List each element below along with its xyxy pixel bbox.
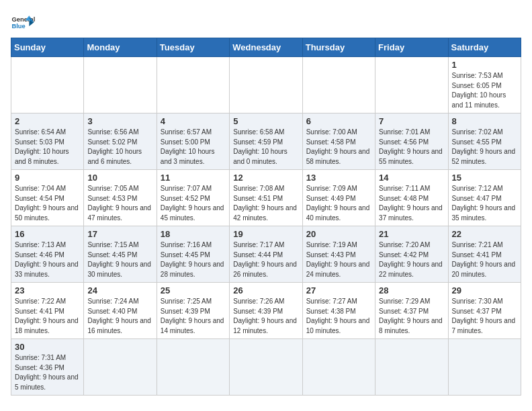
calendar-cell: 22Sunrise: 7:21 AM Sunset: 4:41 PM Dayli… [448, 226, 521, 283]
calendar-header: SundayMondayTuesdayWednesdayThursdayFrid… [11, 38, 521, 57]
day-number: 18 [161, 229, 226, 239]
day-number: 24 [87, 285, 152, 295]
calendar-cell: 9Sunrise: 7:04 AM Sunset: 4:54 PM Daylig… [11, 170, 84, 226]
day-number: 19 [233, 229, 298, 239]
day-info: Sunrise: 7:31 AM Sunset: 4:36 PM Dayligh… [15, 353, 80, 392]
day-info: Sunrise: 7:07 AM Sunset: 4:52 PM Dayligh… [161, 184, 226, 223]
calendar-cell: 20Sunrise: 7:19 AM Sunset: 4:43 PM Dayli… [302, 226, 375, 283]
day-info: Sunrise: 6:58 AM Sunset: 4:59 PM Dayligh… [233, 128, 298, 167]
calendar-cell: 5Sunrise: 6:58 AM Sunset: 4:59 PM Daylig… [230, 113, 302, 170]
day-info: Sunrise: 6:57 AM Sunset: 5:00 PM Dayligh… [161, 128, 226, 167]
calendar-day-header: Tuesday [157, 38, 229, 57]
calendar-cell [11, 57, 84, 113]
calendar-cell [448, 339, 521, 396]
calendar-day-header: Saturday [448, 38, 521, 57]
calendar-cell: 15Sunrise: 7:12 AM Sunset: 4:47 PM Dayli… [448, 170, 521, 226]
calendar-cell: 11Sunrise: 7:07 AM Sunset: 4:52 PM Dayli… [157, 170, 229, 226]
calendar-cell [230, 339, 302, 396]
calendar-cell: 8Sunrise: 7:02 AM Sunset: 4:55 PM Daylig… [448, 113, 521, 170]
calendar-cell: 17Sunrise: 7:15 AM Sunset: 4:45 PM Dayli… [84, 226, 157, 283]
day-number: 26 [233, 285, 298, 295]
calendar-cell: 18Sunrise: 7:16 AM Sunset: 4:45 PM Dayli… [157, 226, 229, 283]
day-info: Sunrise: 7:26 AM Sunset: 4:39 PM Dayligh… [233, 297, 298, 336]
day-number: 30 [15, 342, 80, 352]
day-number: 21 [379, 229, 444, 239]
day-number: 28 [379, 285, 444, 295]
day-number: 13 [306, 173, 371, 183]
day-info: Sunrise: 7:19 AM Sunset: 4:43 PM Dayligh… [306, 240, 371, 279]
day-number: 16 [15, 229, 80, 239]
day-info: Sunrise: 7:22 AM Sunset: 4:41 PM Dayligh… [15, 297, 80, 336]
calendar-cell: 28Sunrise: 7:29 AM Sunset: 4:37 PM Dayli… [375, 283, 448, 339]
calendar-cell: 7Sunrise: 7:01 AM Sunset: 4:56 PM Daylig… [375, 113, 448, 170]
calendar-cell [84, 339, 157, 396]
day-info: Sunrise: 7:17 AM Sunset: 4:44 PM Dayligh… [233, 240, 298, 279]
calendar-day-header: Friday [375, 38, 448, 57]
day-info: Sunrise: 7:00 AM Sunset: 4:58 PM Dayligh… [306, 128, 371, 167]
calendar-cell: 26Sunrise: 7:26 AM Sunset: 4:39 PM Dayli… [230, 283, 302, 339]
calendar-cell: 1Sunrise: 7:53 AM Sunset: 6:05 PM Daylig… [448, 57, 521, 113]
day-info: Sunrise: 7:27 AM Sunset: 4:38 PM Dayligh… [306, 297, 371, 336]
day-info: Sunrise: 7:16 AM Sunset: 4:45 PM Dayligh… [161, 240, 226, 279]
day-number: 15 [452, 173, 517, 183]
calendar-cell: 14Sunrise: 7:11 AM Sunset: 4:48 PM Dayli… [375, 170, 448, 226]
calendar-cell: 21Sunrise: 7:20 AM Sunset: 4:42 PM Dayli… [375, 226, 448, 283]
calendar-cell [84, 57, 157, 113]
day-info: Sunrise: 6:56 AM Sunset: 5:02 PM Dayligh… [87, 128, 152, 167]
calendar-day-header: Sunday [11, 38, 84, 57]
day-number: 7 [379, 116, 444, 126]
calendar-cell: 30Sunrise: 7:31 AM Sunset: 4:36 PM Dayli… [11, 339, 84, 396]
day-number: 8 [452, 116, 517, 126]
logo-icon: General Blue [11, 11, 35, 35]
day-number: 6 [306, 116, 371, 126]
calendar-cell: 3Sunrise: 6:56 AM Sunset: 5:02 PM Daylig… [84, 113, 157, 170]
calendar-cell: 12Sunrise: 7:08 AM Sunset: 4:51 PM Dayli… [230, 170, 302, 226]
day-info: Sunrise: 7:11 AM Sunset: 4:48 PM Dayligh… [379, 184, 444, 223]
calendar-cell: 16Sunrise: 7:13 AM Sunset: 4:46 PM Dayli… [11, 226, 84, 283]
day-info: Sunrise: 7:12 AM Sunset: 4:47 PM Dayligh… [452, 184, 517, 223]
calendar-cell [230, 57, 302, 113]
day-number: 12 [233, 173, 298, 183]
calendar-cell: 23Sunrise: 7:22 AM Sunset: 4:41 PM Dayli… [11, 283, 84, 339]
calendar-cell [375, 339, 448, 396]
day-info: Sunrise: 7:01 AM Sunset: 4:56 PM Dayligh… [379, 128, 444, 167]
day-number: 9 [15, 173, 80, 183]
day-info: Sunrise: 7:30 AM Sunset: 4:37 PM Dayligh… [452, 297, 517, 336]
calendar-cell: 25Sunrise: 7:25 AM Sunset: 4:39 PM Dayli… [157, 283, 229, 339]
calendar-week-row: 30Sunrise: 7:31 AM Sunset: 4:36 PM Dayli… [11, 339, 521, 396]
calendar-table: SundayMondayTuesdayWednesdayThursdayFrid… [11, 38, 521, 396]
day-info: Sunrise: 7:02 AM Sunset: 4:55 PM Dayligh… [452, 128, 517, 167]
calendar-cell: 27Sunrise: 7:27 AM Sunset: 4:38 PM Dayli… [302, 283, 375, 339]
day-info: Sunrise: 7:09 AM Sunset: 4:49 PM Dayligh… [306, 184, 371, 223]
calendar-cell: 4Sunrise: 6:57 AM Sunset: 5:00 PM Daylig… [157, 113, 229, 170]
calendar-day-header: Monday [84, 38, 157, 57]
calendar-cell [157, 57, 229, 113]
day-number: 1 [452, 60, 517, 70]
day-number: 27 [306, 285, 371, 295]
day-number: 25 [161, 285, 226, 295]
day-number: 22 [452, 229, 517, 239]
calendar-cell: 24Sunrise: 7:24 AM Sunset: 4:40 PM Dayli… [84, 283, 157, 339]
calendar-week-row: 16Sunrise: 7:13 AM Sunset: 4:46 PM Dayli… [11, 226, 521, 283]
day-number: 20 [306, 229, 371, 239]
svg-text:Blue: Blue [11, 23, 25, 30]
calendar-cell [375, 57, 448, 113]
day-number: 5 [233, 116, 298, 126]
calendar-day-header: Thursday [302, 38, 375, 57]
calendar-cell: 6Sunrise: 7:00 AM Sunset: 4:58 PM Daylig… [302, 113, 375, 170]
calendar-week-row: 2Sunrise: 6:54 AM Sunset: 5:03 PM Daylig… [11, 113, 521, 170]
day-number: 14 [379, 173, 444, 183]
day-info: Sunrise: 6:54 AM Sunset: 5:03 PM Dayligh… [15, 128, 80, 167]
day-number: 23 [15, 285, 80, 295]
day-number: 17 [87, 229, 152, 239]
calendar-week-row: 9Sunrise: 7:04 AM Sunset: 4:54 PM Daylig… [11, 170, 521, 226]
calendar-week-row: 23Sunrise: 7:22 AM Sunset: 4:41 PM Dayli… [11, 283, 521, 339]
page-header: General Blue [11, 11, 521, 35]
logo: General Blue [11, 11, 35, 35]
day-info: Sunrise: 7:05 AM Sunset: 4:53 PM Dayligh… [87, 184, 152, 223]
calendar-cell: 29Sunrise: 7:30 AM Sunset: 4:37 PM Dayli… [448, 283, 521, 339]
day-info: Sunrise: 7:20 AM Sunset: 4:42 PM Dayligh… [379, 240, 444, 279]
day-number: 10 [87, 173, 152, 183]
day-number: 29 [452, 285, 517, 295]
calendar-cell [302, 339, 375, 396]
